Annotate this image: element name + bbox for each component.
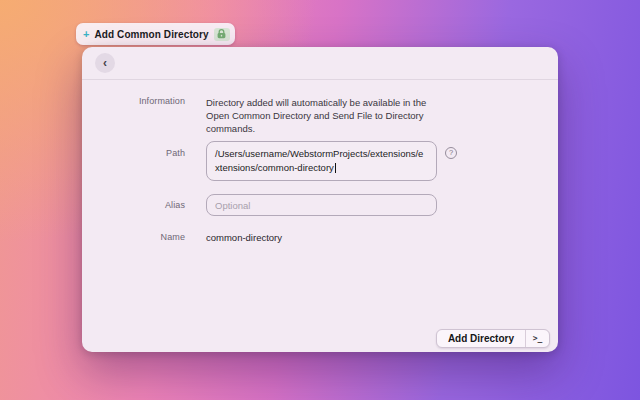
window-titlebar: ‹ (82, 47, 558, 80)
help-icon[interactable]: ? (445, 147, 457, 159)
lock-icon (214, 28, 230, 41)
chevron-left-icon: ‹ (103, 57, 107, 69)
command-pill-label: Add Common Directory (94, 29, 208, 40)
alias-input[interactable] (206, 194, 437, 216)
information-label: Information (82, 96, 185, 135)
back-button[interactable]: ‹ (95, 53, 115, 73)
path-row: Path /Users/username/WebstormProjects/ex… (82, 141, 558, 181)
information-text: Directory added will automatically be av… (206, 96, 437, 135)
terminal-icon[interactable]: >_ (526, 330, 549, 347)
path-value: /Users/username/WebstormProjects/extensi… (215, 148, 423, 173)
add-directory-button[interactable]: Add Directory (437, 330, 525, 347)
text-caret (335, 163, 336, 173)
alias-row: Alias (82, 194, 558, 216)
plus-icon: + (83, 29, 89, 40)
path-label: Path (82, 141, 185, 181)
footer-button-group: Add Directory >_ (436, 329, 550, 348)
information-row: Information Directory added will automat… (82, 96, 558, 135)
name-row: Name common-directory (82, 232, 558, 243)
name-label: Name (82, 232, 185, 243)
alias-label: Alias (82, 194, 185, 216)
path-input[interactable]: /Users/username/WebstormProjects/extensi… (206, 141, 437, 181)
name-value: common-directory (206, 232, 437, 243)
add-directory-window: ‹ Information Directory added will autom… (82, 47, 558, 352)
command-pill[interactable]: + Add Common Directory (76, 23, 235, 45)
